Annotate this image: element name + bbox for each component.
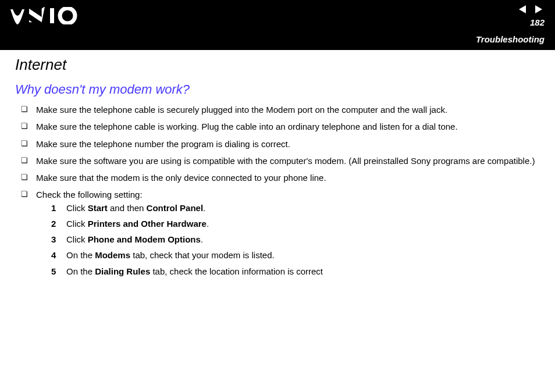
step-item: 2 Click Printers and Other Hardware. (51, 218, 540, 230)
svg-marker-3 (535, 5, 542, 13)
step-number: 5 (51, 266, 56, 277)
step-text: On the Modems tab, check that your modem… (66, 250, 275, 260)
list-item: Make sure the telephone cable is securel… (21, 104, 540, 116)
svg-marker-2 (519, 5, 526, 13)
step-text: Click Phone and Modem Options. (66, 234, 203, 244)
list-item: Make sure the telephone cable is working… (21, 121, 540, 133)
list-item-text: Check the following setting: (36, 190, 143, 199)
list-item: Make sure the telephone number the progr… (21, 138, 540, 150)
list-item: Make sure that the modem is the only dev… (21, 172, 540, 184)
step-number: 2 (51, 218, 56, 230)
document-header: 182 Troubleshooting (0, 0, 555, 50)
nav-arrows (517, 3, 545, 17)
step-item: 4 On the Modems tab, check that your mod… (51, 250, 540, 261)
step-item: 1 Click Start and then Control Panel. (51, 202, 540, 214)
step-text: Click Printers and Other Hardware. (66, 219, 209, 229)
list-item: Check the following setting: 1 Click Sta… (21, 189, 540, 277)
section-label: Troubleshooting (476, 34, 545, 44)
page-number: 182 (530, 17, 545, 27)
vaio-logo (10, 7, 80, 24)
step-text: On the Dialing Rules tab, check the loca… (66, 266, 323, 276)
step-number: 1 (51, 202, 56, 214)
numbered-steps: 1 Click Start and then Control Panel. 2 … (36, 202, 540, 277)
step-number: 3 (51, 234, 56, 245)
svg-rect-0 (50, 8, 54, 23)
prev-page-button[interactable] (517, 3, 529, 17)
bullet-list: Make sure the telephone cable is securel… (15, 104, 540, 277)
step-item: 5 On the Dialing Rules tab, check the lo… (51, 266, 540, 277)
next-page-button[interactable] (532, 3, 545, 17)
svg-point-1 (60, 8, 75, 23)
step-text: Click Start and then Control Panel. (66, 203, 205, 213)
question-heading: Why doesn't my modem work? (15, 82, 540, 97)
page-content: Internet Why doesn't my modem work? Make… (0, 50, 555, 294)
page-title: Internet (15, 56, 540, 74)
step-number: 4 (51, 250, 56, 261)
list-item: Make sure the software you are using is … (21, 155, 540, 167)
step-item: 3 Click Phone and Modem Options. (51, 234, 540, 245)
